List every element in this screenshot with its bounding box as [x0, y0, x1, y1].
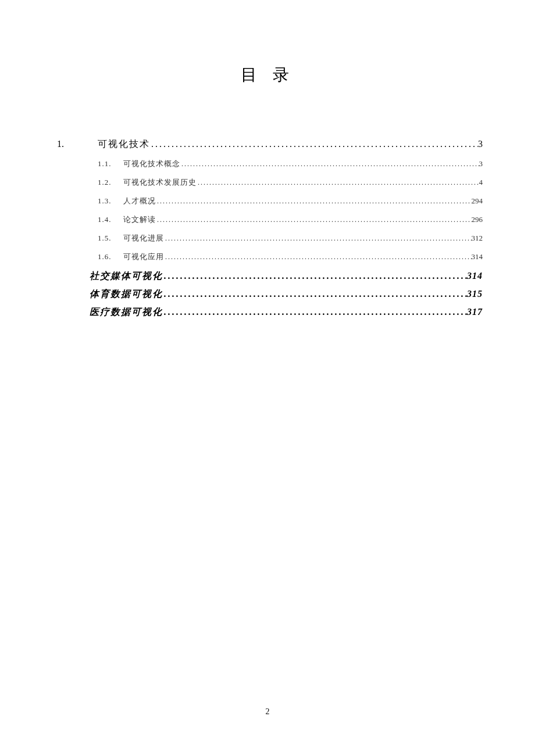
leader-dots: ........................................…: [150, 139, 478, 149]
section-number: 1.3.: [98, 196, 123, 206]
section-page: 314: [472, 252, 483, 261]
leader-dots: ........................................…: [164, 234, 472, 243]
chapter-label: 可视化技术: [98, 138, 150, 151]
section-label: 人才概况: [123, 196, 156, 206]
section-number: 1.4.: [98, 215, 123, 224]
leader-dots: ........................................…: [156, 197, 472, 206]
section-page: 296: [472, 215, 483, 224]
section-number: 1.6.: [98, 252, 123, 261]
section-page: 312: [472, 234, 483, 243]
leader-dots: ........................................…: [164, 253, 472, 261]
subsection-label: 体育数据可视化: [90, 288, 163, 300]
toc-subsection[interactable]: 医疗数据可视化 ................................…: [52, 306, 483, 318]
section-page: 294: [472, 196, 483, 206]
section-page: 3: [479, 159, 483, 169]
section-label: 可视化应用: [123, 252, 164, 262]
toc-section[interactable]: 1.3. 人才概况 ..............................…: [52, 196, 483, 206]
toc-chapter[interactable]: 1. 可视化技术 ...............................…: [52, 138, 483, 151]
table-of-contents: 1. 可视化技术 ...............................…: [52, 138, 483, 318]
subsection-page: 314: [467, 271, 483, 281]
subsection-page: 317: [467, 307, 483, 317]
toc-section[interactable]: 1.4. 论文解读 ..............................…: [52, 214, 483, 225]
toc-section[interactable]: 1.6. 可视化应用 .............................…: [52, 252, 483, 262]
leader-dots: ........................................…: [163, 289, 467, 299]
leader-dots: ........................................…: [163, 307, 467, 317]
toc-subsection[interactable]: 社交媒体可视化 ................................…: [52, 270, 483, 282]
section-label: 可视化进展: [123, 233, 164, 243]
page-number: 2: [0, 707, 535, 716]
toc-section[interactable]: 1.2. 可视化技术发展历史 .........................…: [52, 177, 483, 188]
section-page: 4: [479, 178, 483, 187]
section-number: 1.5.: [98, 234, 123, 243]
leader-dots: ........................................…: [156, 216, 472, 224]
chapter-page: 3: [478, 139, 483, 149]
subsection-label: 社交媒体可视化: [90, 270, 163, 282]
leader-dots: ........................................…: [163, 271, 467, 281]
leader-dots: ........................................…: [197, 178, 479, 187]
section-label: 论文解读: [123, 214, 156, 225]
toc-subsection[interactable]: 体育数据可视化 ................................…: [52, 288, 483, 300]
toc-section[interactable]: 1.1. 可视化技术概念 ...........................…: [52, 159, 483, 169]
chapter-number: 1.: [52, 139, 98, 149]
subsection-page: 315: [467, 289, 483, 299]
toc-title: 目 录: [52, 64, 483, 86]
section-number: 1.1.: [98, 159, 123, 169]
subsection-label: 医疗数据可视化: [90, 306, 163, 318]
toc-section[interactable]: 1.5. 可视化进展 .............................…: [52, 233, 483, 243]
section-number: 1.2.: [98, 178, 123, 187]
section-label: 可视化技术发展历史: [123, 177, 197, 188]
leader-dots: ........................................…: [180, 160, 479, 169]
section-label: 可视化技术概念: [123, 159, 180, 169]
